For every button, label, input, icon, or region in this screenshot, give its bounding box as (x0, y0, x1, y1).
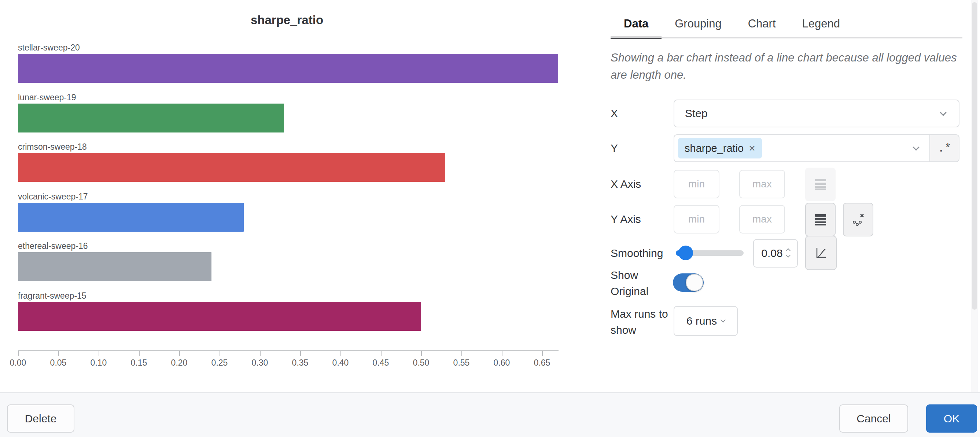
y-axis-field-label: Y Axis (611, 211, 641, 227)
tab-data[interactable]: Data (611, 10, 662, 37)
x-tick (179, 351, 180, 356)
dialog-footer: Delete Cancel OK (0, 392, 980, 437)
chevron-up-icon[interactable] (786, 248, 791, 253)
x-select-value: Step (685, 107, 708, 120)
bar-row: stellar-sweep-20 (0, 43, 601, 84)
chart-editor-dialog: sharpe_ratio stellar-sweep-20lunar-sweep… (0, 0, 980, 437)
smoothing-value-stepper[interactable]: 0.08 (753, 239, 798, 268)
bar (18, 203, 244, 232)
toggle-knob (686, 274, 703, 291)
y-metric-tag-label: sharpe_ratio (685, 142, 744, 154)
bar (18, 252, 212, 281)
log-scale-icon (815, 179, 826, 190)
x-select[interactable]: Step (674, 100, 959, 127)
run-label: volcanic-sweep-17 (18, 192, 88, 201)
chevron-down-icon[interactable] (786, 253, 791, 258)
x-tick-label: 0.45 (364, 358, 397, 368)
x-tick (461, 351, 462, 356)
chart-title: sharpe_ratio (0, 13, 574, 27)
y-axis-min-input[interactable] (674, 205, 719, 233)
ok-button[interactable]: OK (926, 404, 977, 432)
run-label: crimson-sweep-18 (18, 142, 87, 152)
x-axis-field-label: X Axis (611, 176, 641, 192)
x-tick (139, 351, 140, 356)
chevron-down-icon (940, 109, 946, 116)
x-tick-label: 0.50 (405, 358, 438, 368)
bar-row: volcanic-sweep-17 (0, 192, 601, 233)
y-field-label: Y (611, 140, 618, 156)
chevron-down-icon (721, 317, 725, 323)
bar (18, 302, 421, 331)
show-original-toggle[interactable] (673, 273, 704, 292)
x-tick-label: 0.65 (525, 358, 558, 368)
x-tick-label: 0.40 (324, 358, 357, 368)
stepper-arrows (786, 249, 790, 258)
x-axis-log-scale-button[interactable] (805, 168, 835, 201)
y-axis-max-input[interactable] (739, 205, 785, 233)
run-label: lunar-sweep-19 (18, 93, 76, 102)
x-tick (58, 351, 59, 356)
close-icon[interactable]: × (749, 143, 755, 154)
x-tick (18, 351, 19, 356)
x-tick-label: 0.30 (243, 358, 276, 368)
bar (18, 54, 558, 83)
x-tick-label: 0.05 (42, 358, 75, 368)
max-runs-value: 6 runs (686, 315, 717, 327)
smoothing-slider[interactable] (676, 250, 744, 256)
smoothing-value: 0.08 (761, 247, 783, 260)
bar (18, 153, 445, 182)
cancel-button[interactable]: Cancel (839, 404, 908, 432)
x-field-label: X (611, 105, 618, 122)
bar-row: fragrant-sweep-15 (0, 291, 601, 332)
config-panel: DataGroupingChartLegend Showing a bar ch… (601, 0, 980, 392)
x-tick-label: 0.00 (2, 358, 35, 368)
smoothing-type-button[interactable] (805, 236, 837, 270)
chart-type-note: Showing a bar chart instead of a line ch… (611, 49, 959, 84)
x-tick (542, 351, 543, 356)
max-runs-select[interactable]: 6 runs (674, 306, 738, 336)
outliers-icon (852, 212, 865, 227)
scrollbar-track[interactable] (971, 0, 978, 392)
tab-legend[interactable]: Legend (789, 10, 853, 37)
tab-underline (611, 37, 963, 38)
x-axis-min-input[interactable] (674, 170, 719, 198)
bar-row: crimson-sweep-18 (0, 142, 601, 184)
y-metric-tag: sharpe_ratio × (678, 138, 762, 158)
tab-grouping[interactable]: Grouping (662, 10, 735, 37)
scrollbar-thumb[interactable] (972, 2, 977, 310)
max-runs-label: Max runs to show (611, 306, 676, 338)
x-tick-label: 0.10 (82, 358, 115, 368)
x-tick (502, 351, 503, 356)
x-tick (381, 351, 382, 356)
x-axis-max-input[interactable] (739, 170, 785, 198)
regex-toggle-button[interactable]: .* (929, 134, 959, 162)
x-tick (99, 351, 99, 356)
x-tick (260, 351, 261, 356)
run-label: stellar-sweep-20 (18, 43, 80, 52)
x-tick (421, 351, 422, 356)
smoothing-slider-knob[interactable] (678, 245, 693, 260)
y-axis-log-scale-button[interactable] (805, 203, 835, 236)
y-select[interactable]: sharpe_ratio × (674, 134, 930, 162)
x-tick (300, 351, 301, 356)
run-label: ethereal-sweep-16 (18, 242, 88, 251)
delete-button[interactable]: Delete (7, 404, 75, 432)
x-tick-label: 0.55 (445, 358, 478, 368)
ema-curve-icon (815, 246, 827, 260)
tab-bar: DataGroupingChartLegend (611, 10, 853, 38)
run-label: fragrant-sweep-15 (18, 291, 86, 301)
bar-row: lunar-sweep-19 (0, 93, 601, 134)
log-scale-icon (815, 214, 826, 225)
x-tick-label: 0.20 (163, 358, 196, 368)
tab-chart[interactable]: Chart (735, 10, 789, 37)
x-tick (340, 351, 341, 356)
x-tick-label: 0.15 (123, 358, 155, 368)
chevron-down-icon (913, 144, 919, 150)
smoothing-field-label: Smoothing (611, 245, 663, 261)
y-axis-ignore-outliers-button[interactable] (843, 203, 873, 236)
show-original-label: Show Original (611, 267, 673, 299)
chart-preview: sharpe_ratio stellar-sweep-20lunar-sweep… (0, 0, 601, 392)
bar (18, 104, 284, 133)
x-tick (220, 351, 220, 356)
x-tick-label: 0.25 (203, 358, 236, 368)
